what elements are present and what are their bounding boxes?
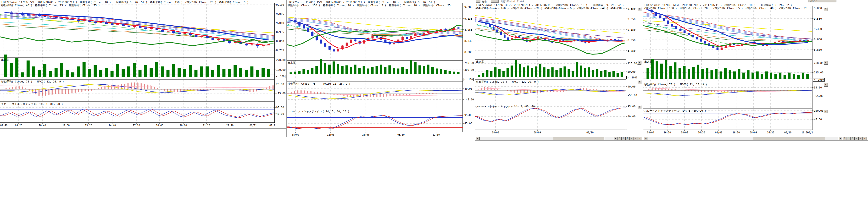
chart-header-line1: 日経225mini 11/09( 5分, 2011/08/09 - 2011/0… — [1, 1, 274, 4]
zoom-reset-icon[interactable]: R — [850, 137, 855, 140]
chart-canvas — [0, 0, 287, 129]
zoom-day-icon[interactable]: D — [618, 137, 622, 140]
tab-chart-title[interactable]: 日経225mini 11/09 — [500, 0, 524, 3]
time-axis-label: 21:20 — [203, 124, 210, 127]
macd-pane-header: 移動平均( Close, 75 ) MACD( 12, 26, 9 ) — [1, 80, 64, 84]
time-axis-label: 08/10 — [784, 131, 792, 134]
zoom-day-icon[interactable]: D — [842, 137, 846, 140]
price-axis-label: 9,150 — [627, 28, 636, 31]
volume-axis-label: 260.00 — [814, 62, 824, 65]
time-axis-label: 20:00 — [180, 124, 187, 127]
volume-axis-label: 125.00 — [627, 62, 637, 65]
time-axis-label: 08/10 — [397, 133, 405, 136]
time-axis-label: 08/09 — [292, 133, 299, 136]
scroll-left-icon[interactable]: ◀ — [644, 137, 648, 140]
price-axis-label: 8,935 — [276, 31, 284, 34]
time-axis-label: 08/11 — [807, 131, 813, 134]
magnify-icon[interactable]: ⊕ — [630, 137, 634, 140]
price-axis-label: 9,050 — [814, 38, 822, 41]
volume-axis-label: 120.00 — [276, 68, 286, 71]
macd-axis-label: -65.00 — [814, 94, 824, 98]
price-axis-label: 9,350 — [627, 18, 636, 21]
stoch-axis-label: 45.00 — [276, 112, 284, 116]
time-axis-label: 02:40 — [0, 124, 7, 127]
time-axis-label: 08/11 — [250, 124, 257, 127]
time-axis-label: 12:00 — [62, 124, 70, 127]
horizontal-scrollbar[interactable]: ◀▶DLR⊕✕▼ — [644, 137, 867, 140]
time-axis-label: 01:20 — [269, 124, 275, 127]
macd-axis-label: -45.00 — [464, 98, 474, 101]
time-axis-label: 20:00 — [362, 133, 369, 136]
macd-axis-label: 35.00 — [814, 86, 822, 89]
corner-button[interactable]: メX5日行 — [808, 0, 836, 2]
pane-collapse-button[interactable]: ▼ — [824, 61, 828, 65]
volume-axis-label: 115.00 — [814, 71, 824, 74]
pane-collapse-button[interactable]: ▼ — [638, 105, 642, 109]
time-axis-label: 08/05 — [681, 131, 688, 134]
price-axis-label: 8,800 — [814, 48, 822, 52]
time-axis-label: 14:40 — [108, 124, 116, 127]
stoch-axis-label: 95.00 — [627, 105, 636, 108]
scrollbar-thumb[interactable] — [553, 137, 604, 140]
zoom-reset-icon[interactable]: R — [626, 137, 630, 140]
horizontal-scrollbar[interactable]: ◀▶DLR⊕✕▼ — [476, 137, 642, 140]
stoch-axis-label: 45.00 — [464, 122, 472, 125]
collapse-icon[interactable]: ▼ — [863, 137, 867, 140]
scroll-right-icon[interactable]: ▶ — [838, 137, 842, 140]
pane-collapse-button[interactable]: ▼ — [824, 83, 828, 87]
time-axis-label: 22:40 — [226, 124, 234, 127]
tab-futures[interactable]: 先物 — [482, 0, 487, 3]
zoom-long-icon[interactable]: L — [846, 137, 850, 140]
time-axis-label: 10:40 — [39, 124, 46, 127]
background-window-box[interactable] — [476, 0, 480, 3]
pane-collapse-button[interactable]: ▼ — [638, 80, 642, 84]
macd-pane-header: 移動平均( Close, 75 ) MACD( 12, 26, 9 ) — [644, 83, 707, 86]
volume-unit-box: × 1000 — [626, 76, 638, 79]
price-axis-label: 8,750 — [627, 49, 636, 52]
price-axis-label: 9,550 — [627, 7, 636, 10]
chart-header-line2: 移動平均( Close, 40 ) 移動平均( Close, 25 ) 移動平均… — [1, 4, 274, 7]
chart-canvas — [287, 0, 475, 137]
macd-axis-label: -50.00 — [627, 94, 637, 97]
chart-window-chart-30min: 日経225mini 11/09( 30分, 2011/08/03 - 2011/… — [475, 3, 643, 140]
time-axis-label: 16:30 — [698, 131, 705, 134]
close-icon[interactable]: ✕ — [634, 137, 638, 140]
stochastics-pane-header: スロー・ストキャスティクス( 14, 3, 80, 20 ) — [476, 105, 538, 108]
pane-collapse-button[interactable]: ▼ — [638, 61, 642, 65]
time-axis-label: 08/04 — [647, 131, 654, 134]
price-axis-label: 9,010 — [276, 22, 284, 25]
scrollbar-track[interactable] — [480, 137, 614, 140]
scroll-right-icon[interactable]: ▶ — [614, 137, 618, 140]
price-axis-label: 9,160 — [276, 3, 284, 6]
magnify-icon[interactable]: ⊕ — [855, 137, 859, 140]
zoom-long-icon[interactable]: L — [622, 137, 626, 140]
corner-button-label: メX5日行 — [809, 0, 817, 2]
time-axis-label: 08/10 — [586, 131, 594, 134]
pane-collapse-button[interactable]: ▼ — [638, 7, 642, 11]
time-axis-label: 13:20 — [85, 124, 92, 127]
stochastics-pane-header: スロー・ストキャスティクス( 14, 3, 80, 20 ) — [287, 110, 349, 113]
time-axis-label: 18:40 — [156, 124, 163, 127]
macd-pane-header: 移動平均( Close, 75 ) MACD( 12, 26, 9 ) — [476, 80, 539, 84]
price-axis-label: 9,085 — [276, 12, 284, 15]
price-axis-label: 8,985 — [464, 28, 472, 31]
pane-collapse-button[interactable]: ▼ — [824, 7, 828, 11]
collapse-icon[interactable]: ▼ — [638, 137, 642, 140]
volume-pane-label: 出来高 — [476, 60, 484, 64]
stoch-axis-label: 95.00 — [276, 106, 284, 109]
time-axis-label: 16:30 — [767, 131, 774, 134]
stoch-axis-label: 45.00 — [814, 118, 822, 121]
scrollbar-track[interactable] — [648, 137, 838, 140]
volume-axis-label: 300.00 — [464, 68, 474, 71]
close-icon[interactable]: ✕ — [859, 137, 863, 140]
scroll-left-icon[interactable]: ◀ — [476, 137, 480, 140]
price-axis-label: 8,860 — [276, 40, 284, 43]
scrollbar-thumb[interactable] — [753, 137, 826, 140]
time-axis-label: 12:00 — [433, 133, 440, 136]
price-axis-label: 9,550 — [814, 17, 822, 20]
volume-axis-label: 270.00 — [276, 59, 286, 62]
background-window-box[interactable] — [491, 0, 499, 3]
pane-collapse-button[interactable]: ▼ — [824, 110, 828, 113]
chart-window-chart-15min: 日経225mini 11/09( 15分, 2011/08/03 - 2011/… — [286, 0, 475, 137]
macd-axis-label: 40.00 — [464, 87, 472, 90]
